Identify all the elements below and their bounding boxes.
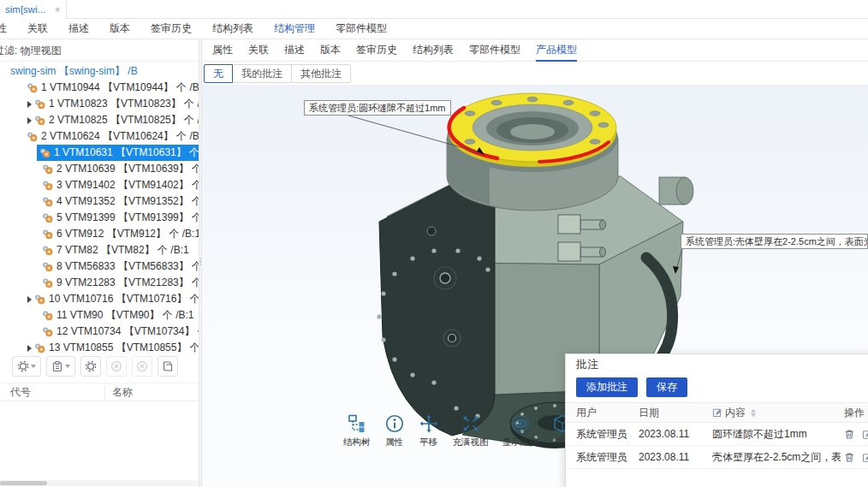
- structure-tree-tool[interactable]: 结构树: [343, 413, 371, 448]
- filter-my-annotations-button[interactable]: 我的批注: [232, 64, 292, 83]
- tree-item[interactable]: 6 VTM912 【VTM912】 个 /B:1: [0, 226, 199, 242]
- settings-dropdown-button[interactable]: [12, 356, 41, 377]
- tree-item[interactable]: 10 VTM10716 【VTM10716】 个 /B:1: [0, 291, 199, 307]
- tree-item[interactable]: 1 VTM10823 【VTM10823】 个 /B:1: [0, 96, 199, 112]
- tree-item[interactable]: 5 VTM91399 【VTM91399】 个 /B:1: [0, 210, 199, 226]
- properties-tool[interactable]: 属性: [384, 413, 405, 448]
- part-icon: [42, 212, 53, 223]
- tree-item[interactable]: 11 VTM90 【VTM90】 个 /B:1: [0, 307, 199, 324]
- tree-item[interactable]: 9 VTM21283 【VTM21283】 个 /B:1: [0, 275, 199, 291]
- annotation-row[interactable]: 系统管理员 2023.08.11 壳体壁厚在2-2.5cm之间，表面光滑无磨痕: [566, 446, 868, 469]
- menu-item-description[interactable]: 描述: [68, 21, 89, 36]
- viewport-toolbar: 结构树 属性 平移: [343, 413, 573, 448]
- model-viewport[interactable]: 系统管理员:圆环缝隙不超过1mm 系统管理员:壳体壁厚在2-2.5cm之间，表面…: [202, 85, 868, 487]
- copy-document-button[interactable]: [158, 356, 178, 377]
- annotation-callout-wall[interactable]: 系统管理员:壳体壁厚在2-2.5cm之间，表面光滑无磨痕: [681, 234, 868, 249]
- tree-item[interactable]: 2 VTM10639 【VTM10639】 个 /B:1: [0, 161, 199, 177]
- menu-item-relations[interactable]: 关联: [27, 21, 48, 36]
- chevron-down-icon: [65, 365, 70, 368]
- part-icon: [42, 196, 53, 207]
- pan-tool[interactable]: 平移: [419, 413, 439, 448]
- delete-icon[interactable]: [844, 429, 855, 440]
- tree-item[interactable]: 12 VTM10734 【VTM10734】 个 /B:1: [0, 324, 199, 340]
- part-icon: [42, 261, 53, 272]
- menu-item-properties[interactable]: 属性: [0, 21, 7, 36]
- annotation-row[interactable]: 系统管理员 2023.08.11 圆环缝隙不超过1mm: [566, 423, 868, 446]
- tab-product-model[interactable]: 产品模型: [536, 39, 577, 62]
- show-hide-tool[interactable]: 显示隐藏: [502, 413, 538, 448]
- filter-none-button[interactable]: 无: [204, 64, 233, 83]
- clipboard-dropdown-button[interactable]: [46, 356, 75, 377]
- menu-item-part-model[interactable]: 零部件模型: [336, 21, 387, 36]
- document-tab-title: sim[swi...: [5, 4, 50, 15]
- show-annotation-icon[interactable]: [862, 429, 868, 440]
- column-name[interactable]: 名称: [104, 385, 199, 400]
- clipboard-icon: [51, 360, 63, 372]
- tree-item[interactable]: 3 VTM91402 【VTM91402】 个 /B:1: [0, 177, 199, 193]
- document-copy-icon: [162, 360, 174, 372]
- save-annotation-button[interactable]: 保存: [646, 377, 687, 397]
- window-tab-bar: sim[swi... ×: [0, 0, 868, 19]
- tab-version[interactable]: 版本: [320, 39, 341, 62]
- tree-item[interactable]: 2 VTM10624 【VTM10624】 个 /B:1: [0, 128, 199, 145]
- tree-icon: [347, 413, 367, 434]
- document-tab[interactable]: sim[swi... ×: [0, 0, 67, 19]
- sort-icon[interactable]: [751, 409, 756, 417]
- close-tab-icon[interactable]: ×: [55, 4, 60, 15]
- filter-label: 过滤: 物理视图: [0, 45, 62, 56]
- tree-item[interactable]: 8 VTM56833 【VTM56833】 个 /B:1: [0, 258, 199, 275]
- part-icon: [27, 82, 38, 93]
- tab-relations[interactable]: 关联: [248, 39, 269, 62]
- part-icon: [42, 326, 53, 337]
- show-annotation-icon[interactable]: [862, 452, 868, 463]
- tab-structure-list[interactable]: 结构列表: [413, 39, 454, 62]
- horizontal-scrollbar[interactable]: [0, 480, 199, 486]
- annotation-table: 用户 日期 内容 操作 系统管理员 2023.08.11 圆环缝隙不超过1mm: [566, 402, 868, 469]
- tree-root[interactable]: swing-sim 【swing-sim】 /B: [0, 63, 199, 80]
- part-icon: [34, 294, 45, 305]
- tree-item[interactable]: 1 VTM10944 【VTM10944】 个 /B:1: [0, 80, 199, 96]
- configure-button[interactable]: [80, 356, 101, 377]
- add-annotation-button[interactable]: 添加批注: [576, 377, 638, 397]
- annotation-table-header: 用户 日期 内容 操作: [566, 402, 868, 423]
- menu-item-structure-manage[interactable]: 结构管理: [274, 21, 315, 36]
- column-user[interactable]: 用户: [566, 406, 639, 420]
- part-icon: [42, 277, 53, 288]
- gear-icon: [85, 360, 97, 372]
- scrollbar-thumb[interactable]: [0, 481, 47, 485]
- column-ops: 操作: [841, 406, 868, 420]
- menu-item-review-history[interactable]: 签审历史: [151, 21, 192, 36]
- tab-part-model[interactable]: 零部件模型: [469, 39, 520, 62]
- tab-review-history[interactable]: 签审历史: [356, 39, 397, 62]
- detail-tab-bar: 属性 关联 描述 版本 签审历史 结构列表 零部件模型 产品模型: [202, 39, 868, 62]
- delete-icon[interactable]: [844, 452, 855, 463]
- column-code[interactable]: 代号: [0, 385, 104, 400]
- part-icon: [42, 180, 53, 191]
- filter-other-annotations-button[interactable]: 其他批注: [291, 64, 351, 83]
- tree-item[interactable]: 4 VTM91352 【VTM91352】 个 /B:1: [0, 193, 199, 210]
- fit-view-tool[interactable]: 充满视图: [453, 413, 489, 448]
- clear-button: [132, 356, 152, 377]
- part-icon: [42, 163, 53, 175]
- annotation-callout-ring[interactable]: 系统管理员:圆环缝隙不超过1mm: [304, 100, 451, 116]
- result-table-header: 代号 名称: [0, 383, 199, 401]
- tree-item[interactable]: 7 VTM82 【VTM82】 个 /B:1: [0, 242, 199, 258]
- info-icon: [384, 413, 405, 434]
- part-icon: [42, 229, 53, 240]
- tab-description[interactable]: 描述: [284, 39, 305, 62]
- structure-tree: swing-sim 【swing-sim】 /B 1 VTM10944 【VTM…: [0, 62, 199, 356]
- tree-item[interactable]: 2 VTM10825 【VTM10825】 个 /B:1: [0, 112, 199, 128]
- tree-item-selected[interactable]: 1 VTM10631 【VTM10631】 个 /B:1: [0, 145, 199, 161]
- tree-toolbar: [0, 350, 199, 383]
- tab-properties[interactable]: 属性: [212, 39, 233, 62]
- remove-button: [106, 356, 127, 377]
- menu-item-structure-list[interactable]: 结构列表: [212, 21, 253, 36]
- edit-icon: [712, 407, 722, 418]
- part-icon: [34, 98, 45, 110]
- filter-row[interactable]: 过滤: 物理视图: [0, 39, 199, 62]
- column-content[interactable]: 内容: [712, 406, 841, 420]
- column-date[interactable]: 日期: [639, 406, 712, 420]
- gear-icon: [17, 360, 29, 372]
- menu-item-version[interactable]: 版本: [110, 21, 130, 36]
- part-icon: [39, 147, 51, 158]
